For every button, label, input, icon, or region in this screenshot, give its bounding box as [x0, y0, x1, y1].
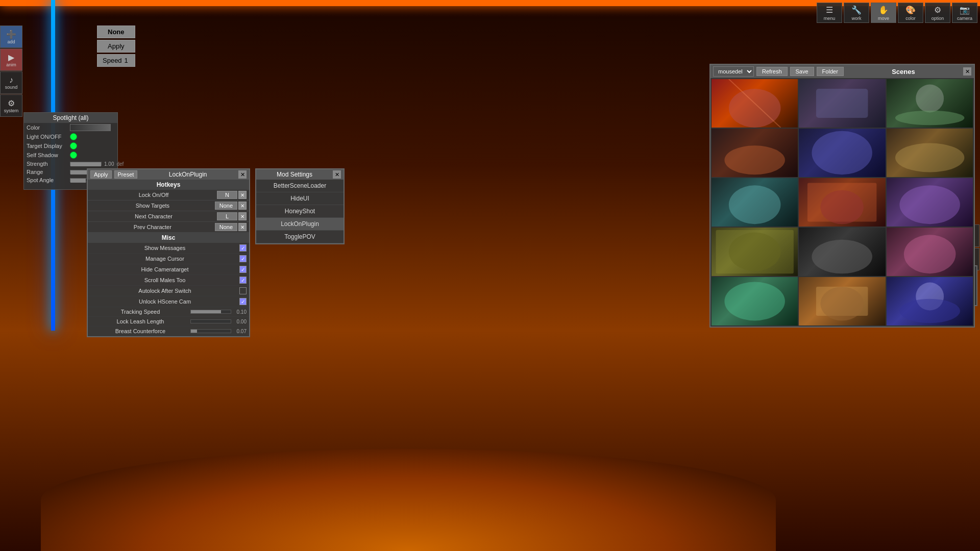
apply-button[interactable]: Apply	[97, 40, 135, 53]
lock-leash-value: 0.00	[231, 319, 247, 324]
svg-point-11	[899, 185, 960, 224]
side-system-btn[interactable]: ⚙ system	[0, 94, 22, 117]
side-sound-btn[interactable]: ♪ sound	[0, 71, 22, 94]
hotkey-targets-clear[interactable]: ✕	[238, 202, 247, 210]
hide-cameratarget-checkbox[interactable]	[239, 266, 247, 273]
mod-hide-ui[interactable]: HideUI	[256, 192, 344, 205]
scene-thumb-10[interactable]	[712, 228, 798, 276]
strength-slider[interactable]	[70, 162, 102, 166]
autolock-checkbox[interactable]	[239, 287, 247, 294]
add-icon: ➕	[6, 30, 16, 39]
svg-point-5	[724, 145, 785, 174]
misc-manage-cursor: Manage Cursor	[88, 254, 249, 264]
nav-work[interactable]: 🔧 work	[844, 3, 869, 23]
scene-thumb-13[interactable]	[712, 277, 798, 325]
scene-thumb-15[interactable]	[887, 277, 973, 325]
strength-def: def	[116, 161, 124, 167]
save-button[interactable]: Save	[790, 67, 814, 76]
hotkey-next-clear[interactable]: ✕	[238, 212, 247, 220]
lockon-preset-btn[interactable]: Preset	[114, 170, 138, 179]
mod-settings-titlebar: Mod Settings ✕	[256, 169, 344, 180]
target-display-indicator	[70, 142, 77, 149]
nav-color[interactable]: 🎨 color	[898, 3, 923, 23]
scene-thumb-8[interactable]	[799, 178, 885, 227]
mod-toggle-pov[interactable]: TogglePOV	[256, 231, 344, 243]
unlock-hscene-label: Unlock HScene Cam	[90, 298, 239, 305]
scene-thumb-4[interactable]	[712, 129, 798, 177]
hotkey-prev-clear[interactable]: ✕	[238, 223, 247, 231]
svg-point-14	[812, 240, 873, 274]
misc-scroll-males-too: Scroll Males Too	[88, 275, 249, 286]
stage-floor	[41, 449, 776, 551]
side-add-btn[interactable]: ➕ add	[0, 26, 22, 48]
mod-better-scene-loader[interactable]: BetterSceneLoader	[256, 180, 344, 192]
svg-point-10	[821, 190, 864, 224]
side-icons: ➕ add ▶ anim ♪ sound ⚙ system	[0, 26, 23, 117]
show-messages-checkbox[interactable]	[239, 244, 247, 252]
move-icon: ✋	[878, 5, 889, 15]
scene-thumb-2[interactable]	[799, 79, 885, 128]
hotkey-prev-label: Prev Character	[90, 224, 215, 230]
hotkey-lock-on-off: Lock On/Off N ✕	[88, 190, 249, 201]
svg-rect-2	[816, 89, 868, 118]
top-nav: ☰ menu 🔧 work ✋ move 🎨 color ⚙ option 📷 …	[817, 3, 977, 23]
autolock-label: Autolock After Switch	[90, 288, 239, 294]
scenes-dropdown[interactable]: mousedel	[713, 66, 754, 77]
mod-honey-shot[interactable]: HoneyShot	[256, 205, 344, 218]
lock-leash-row: Lock Leash Length 0.00	[88, 317, 249, 327]
self-shadow-label: Self Shadow	[27, 152, 67, 158]
nav-menu[interactable]: ☰ menu	[817, 3, 842, 23]
lock-leash-slider[interactable]	[190, 319, 231, 323]
folder-button[interactable]: Folder	[817, 67, 844, 76]
hotkey-lock-label: Lock On/Off	[90, 192, 217, 198]
nav-menu-label: menu	[824, 16, 836, 21]
nav-option[interactable]: ⚙ option	[925, 3, 950, 23]
side-anim-btn[interactable]: ▶ anim	[0, 48, 22, 71]
hide-cameratarget-label: Hide Cameratarget	[90, 266, 239, 272]
scene-thumb-6[interactable]	[887, 129, 973, 177]
scene-thumb-12[interactable]	[887, 228, 973, 276]
scene-thumb-11[interactable]	[799, 228, 885, 276]
svg-point-18	[821, 287, 864, 321]
refresh-button[interactable]: Refresh	[756, 67, 788, 76]
scene-thumb-7[interactable]	[712, 178, 798, 227]
scenes-grid	[710, 78, 974, 327]
svg-point-13	[729, 233, 781, 271]
menu-icon: ☰	[826, 5, 833, 15]
breast-counterforce-row: Breast Counterforce 0.07	[88, 327, 249, 336]
nav-camera[interactable]: 📷 camera	[952, 3, 977, 23]
unlock-hscene-checkbox[interactable]	[239, 298, 247, 305]
lockon-title: LockOnPlugin	[140, 171, 236, 178]
sound-label: sound	[5, 85, 18, 90]
scenes-title: Scenes	[846, 68, 961, 76]
none-button[interactable]: None	[97, 26, 135, 38]
self-shadow-indicator	[70, 152, 77, 159]
scroll-males-too-checkbox[interactable]	[239, 277, 247, 284]
tracking-speed-slider[interactable]	[190, 310, 231, 314]
hotkey-lock-clear[interactable]: ✕	[238, 191, 247, 199]
mod-lock-on-plugin[interactable]: LockOnPlugin	[256, 218, 344, 231]
lockon-apply-btn[interactable]: Apply	[90, 170, 112, 179]
scene-thumb-3[interactable]	[887, 79, 973, 128]
breast-counterforce-slider[interactable]	[190, 329, 231, 333]
nav-move[interactable]: ✋ move	[871, 3, 896, 23]
scene-thumb-9[interactable]	[887, 178, 973, 227]
scene-thumb-14[interactable]	[799, 277, 885, 325]
show-messages-label: Show Messages	[90, 245, 239, 251]
scene-thumb-1[interactable]	[712, 79, 798, 128]
lockon-close-btn[interactable]: ✕	[238, 170, 247, 179]
light-on-indicator	[70, 133, 77, 140]
anim-icon: ▶	[8, 53, 14, 62]
manage-cursor-checkbox[interactable]	[239, 255, 247, 262]
mod-settings-panel: Mod Settings ✕ BetterSceneLoader HideUI …	[255, 168, 345, 244]
strength-row: Strength 1.00 def	[24, 160, 117, 168]
mod-settings-close-btn[interactable]: ✕	[333, 170, 341, 179]
misc-show-messages: Show Messages	[88, 243, 249, 254]
scene-thumb-5[interactable]	[799, 129, 885, 177]
scenes-close-btn[interactable]: ✕	[963, 67, 971, 76]
light-on-off-row: Light ON/OFF	[24, 132, 117, 141]
nav-move-label: move	[878, 16, 889, 21]
color-picker[interactable]	[70, 124, 111, 131]
tracking-speed-label: Tracking Speed	[90, 309, 190, 315]
spotlight-title: Spotlight (all)	[24, 113, 117, 123]
